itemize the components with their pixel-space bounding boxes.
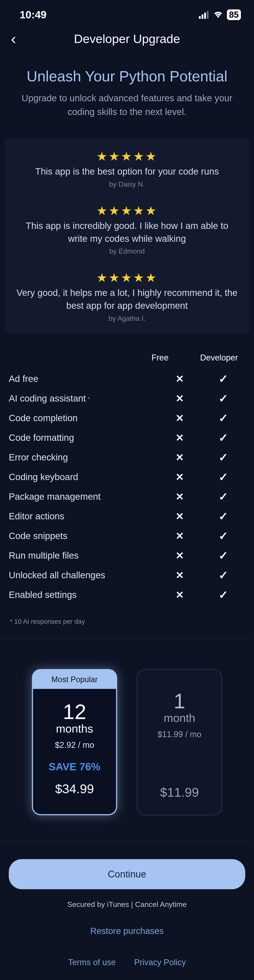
star-rating-icon: ★★★★★ [9, 270, 245, 285]
review-item: ★★★★★ Very good, it helps me a lot, I hi… [9, 270, 245, 323]
feature-label: Ad free [9, 374, 158, 384]
feature-row: Unlocked all challenges [9, 565, 245, 585]
feature-row: Error checking [9, 447, 245, 467]
cross-icon [158, 412, 201, 424]
plan-monthly-rate: $2.92 / mo [37, 740, 112, 750]
feature-row: AI coding assistant * [9, 389, 245, 408]
continue-button[interactable]: Continue [9, 859, 245, 889]
plan-duration-unit: months [37, 722, 112, 735]
check-icon [201, 412, 245, 425]
svg-rect-2 [204, 13, 206, 19]
privacy-link[interactable]: Privacy Policy [134, 958, 186, 967]
feature-row: Editor actions [9, 506, 245, 526]
feature-label: Code completion [9, 413, 158, 423]
check-icon [201, 530, 245, 542]
feature-row: Package management [9, 487, 245, 506]
plan-1-month[interactable]: 1 month $11.99 / mo $11.99 [137, 669, 222, 815]
cross-icon [158, 471, 201, 483]
plan-duration-number: 1 [142, 689, 217, 713]
check-icon [201, 471, 245, 484]
feature-label: Editor actions [9, 511, 158, 522]
plan-duration-unit: month [142, 711, 217, 724]
star-rating-icon: ★★★★★ [9, 149, 245, 164]
feature-label: Enabled settings [9, 590, 158, 600]
review-item: ★★★★★ This app is the best option for yo… [9, 149, 245, 188]
cross-icon [158, 511, 201, 522]
review-text: This app is incredibly good. I like how … [9, 220, 245, 245]
hero: Unleash Your Python Potential Upgrade to… [0, 54, 254, 127]
feature-footnote: * 10 AI responses per day [0, 611, 254, 638]
cross-icon [158, 452, 201, 463]
status-icons: 85 [199, 10, 241, 20]
legal-links: Terms of use Privacy Policy [0, 958, 254, 980]
popular-badge: Most Popular [33, 670, 116, 689]
reviews-panel: ★★★★★ This app is the best option for yo… [4, 138, 250, 333]
review-author: by Daisy N. [9, 180, 245, 188]
feature-label: Run multiple files [9, 550, 158, 561]
check-icon [201, 588, 245, 601]
feature-label: Unlocked all challenges [9, 570, 158, 581]
svg-rect-1 [201, 14, 203, 19]
cellular-icon [199, 11, 209, 19]
check-icon [201, 510, 245, 523]
status-time: 10:49 [20, 9, 46, 21]
cross-icon [158, 491, 201, 503]
feature-label: Code formatting [9, 433, 158, 443]
column-free: Free [138, 353, 182, 363]
feature-row: Code completion [9, 408, 245, 428]
feature-label: Coding keyboard [9, 472, 158, 482]
feature-row: Code snippets [9, 526, 245, 546]
feature-row: Coding keyboard [9, 467, 245, 487]
review-author: by Edmond [9, 247, 245, 255]
plan-12-months[interactable]: Most Popular 12 months $2.92 / mo SAVE 7… [32, 669, 117, 815]
feature-comparison: Free Developer Ad freeAI coding assistan… [0, 344, 254, 611]
check-icon [201, 451, 245, 464]
cross-icon [158, 589, 201, 601]
page-title: Developer Upgrade [9, 32, 245, 46]
review-item: ★★★★★ This app is incredibly good. I lik… [9, 204, 245, 256]
back-button[interactable]: ‹ [11, 30, 16, 48]
cross-icon [158, 550, 201, 562]
secured-text: Secured by iTunes | Cancel Anytime [0, 900, 254, 908]
feature-row: Enabled settings [9, 585, 245, 605]
cross-icon [158, 393, 201, 404]
review-text: This app is the best option for your cod… [9, 165, 245, 178]
plan-total-price: $34.99 [37, 781, 112, 796]
feature-header: Free Developer [9, 353, 245, 363]
feature-label: AI coding assistant * [9, 393, 158, 404]
check-icon [201, 490, 245, 503]
feature-label: Package management [9, 492, 158, 502]
review-text: Very good, it helps me a lot, I highly r… [9, 286, 245, 312]
page-header: ‹ Developer Upgrade [0, 25, 254, 54]
svg-rect-0 [199, 16, 201, 19]
svg-rect-3 [207, 11, 209, 19]
pricing-plans: Most Popular 12 months $2.92 / mo SAVE 7… [0, 638, 254, 842]
feature-row: Code formatting [9, 428, 245, 447]
feature-row: Run multiple files [9, 546, 245, 565]
hero-title: Unleash Your Python Potential [9, 68, 245, 85]
check-icon [201, 549, 245, 562]
check-icon [201, 392, 245, 405]
plan-monthly-rate: $11.99 / mo [142, 730, 217, 739]
review-author: by Agatha I. [9, 315, 245, 323]
hero-subtitle: Upgrade to unlock advanced features and … [9, 91, 245, 119]
battery-indicator: 85 [227, 10, 241, 20]
terms-link[interactable]: Terms of use [68, 958, 116, 967]
cross-icon [158, 530, 201, 542]
check-icon [201, 372, 245, 385]
feature-label: Error checking [9, 452, 158, 463]
battery-percent: 85 [227, 10, 241, 20]
plan-total-price: $11.99 [142, 785, 217, 800]
cross-icon [158, 432, 201, 444]
restore-purchases-link[interactable]: Restore purchases [0, 926, 254, 936]
cross-icon [158, 570, 201, 581]
cross-icon [158, 373, 201, 385]
check-icon [201, 431, 245, 444]
plan-savings: SAVE 76% [37, 761, 112, 773]
check-icon [201, 569, 245, 582]
feature-label: Code snippets [9, 531, 158, 541]
star-rating-icon: ★★★★★ [9, 204, 245, 218]
feature-row: Ad free [9, 369, 245, 389]
wifi-icon [213, 11, 224, 19]
column-developer: Developer [197, 353, 241, 363]
